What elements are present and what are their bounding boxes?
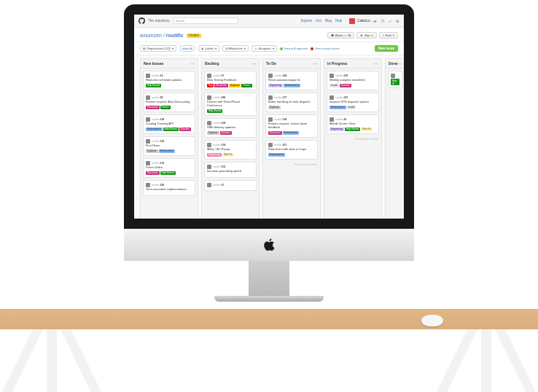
column-menu-icon[interactable]: ⋯ [252, 62, 256, 65]
label[interactable]: Invalid [347, 106, 356, 109]
issue-card[interactable]: routific #1 [204, 180, 257, 191]
issue-ref: routific #19 [213, 122, 225, 125]
column-menu-icon[interactable]: ⋯ [398, 62, 402, 65]
nav-gist[interactable]: Gist [316, 19, 321, 23]
repo-context[interactable]: This repository [148, 19, 170, 23]
repo-owner[interactable]: axiomzen [140, 33, 162, 38]
issue-card[interactable]: routific #6Mobile Screen ViewEngineering… [327, 114, 379, 134]
filter-showall[interactable]: show all [179, 45, 195, 52]
filter-milestones[interactable]: ◔ Milestones ▾ [222, 45, 249, 52]
issue-card[interactable]: routific #24Reset password page fixEngin… [265, 71, 318, 90]
board-column: In Progress⋯routific #22Weekly analytics… [324, 58, 382, 219]
board-column: To Do⋯routific #24Reset password page fi… [262, 58, 321, 219]
label[interactable]: Help W [391, 79, 399, 85]
label[interactable]: Help Wanted [207, 109, 222, 113]
label[interactable]: Question [220, 131, 232, 135]
issue-card[interactable]: routific #17Better handling of route dis… [265, 93, 318, 112]
avatar[interactable] [349, 18, 355, 24]
nav-help[interactable]: Help [335, 19, 342, 23]
label[interactable]: Enhancement [268, 153, 285, 157]
column-header[interactable]: To Do⋯ [263, 59, 320, 68]
fork-button[interactable]: ⑂ Fork 1 [379, 32, 398, 39]
label[interactable]: Feature [241, 84, 252, 87]
label[interactable]: Help Wanted [163, 128, 179, 131]
plus-icon[interactable]: +▾ [373, 19, 378, 23]
search-input[interactable]: Search [173, 17, 238, 24]
issue-card[interactable]: routific #9Feature request: Auto Discoun… [143, 93, 195, 112]
label[interactable]: Help Wanted [146, 84, 161, 87]
label[interactable]: Discussion [214, 84, 228, 87]
label[interactable]: Duplicate [268, 106, 281, 109]
column-header[interactable]: Done⋯ [386, 59, 404, 68]
issue-title: Promo Video [146, 166, 192, 170]
column-menu-icon[interactable]: ⋯ [190, 62, 195, 65]
label[interactable]: Help Wanted [160, 171, 176, 175]
new-issue-button[interactable]: New Issue [375, 45, 398, 52]
label[interactable]: Wont Fix [361, 128, 373, 131]
issue-card[interactable]: routific #12Promo VideoDiscussionHelp Wa… [143, 158, 195, 178]
label[interactable]: Duplicate [146, 149, 158, 153]
column-header[interactable]: Backlog⋯ [202, 59, 259, 68]
issue-ref: routific #9 [152, 96, 163, 99]
issue-card[interactable]: routific #16First DemoDuplicateEnhanceme… [143, 136, 195, 156]
issue-card[interactable]: routific #27Improve SOS dispatch systemE… [327, 93, 379, 112]
issue-card[interactable]: routific #3Real-time schedule updatesHel… [143, 71, 195, 90]
notif-icon[interactable]: ☐ [380, 19, 385, 23]
issue-card[interactable]: routific #14Miley / Kin PopupEngineering… [204, 140, 257, 160]
label[interactable]: Question [340, 84, 351, 87]
watch-button[interactable]: ⦿ Watch▾ 18 [327, 32, 355, 39]
label[interactable]: Discussion [268, 131, 282, 135]
view-pull-requests[interactable]: View pull requests [280, 47, 308, 50]
column-menu-icon[interactable]: ⋯ [374, 62, 378, 65]
issue-card[interactable]: routific #19SMS delivery updatesDuplicat… [204, 118, 257, 138]
board-column: Done⋯ Help W [385, 58, 404, 219]
label[interactable]: Enhancement [330, 106, 346, 109]
nav-blog[interactable]: Blog [325, 19, 332, 23]
filter-labels[interactable]: ◈ Labels ▾ [198, 45, 219, 52]
label[interactable]: Engineering [268, 84, 283, 87]
label[interactable]: Help Wanted [345, 128, 360, 131]
label[interactable]: Feature [160, 106, 171, 109]
gear-icon[interactable]: ⚙ [394, 19, 399, 23]
issue-title: Improve SOS dispatch system [330, 101, 376, 104]
issue-card[interactable]: routific #18Feature request: Instant dri… [265, 114, 318, 138]
label[interactable]: Duplicate [207, 131, 219, 135]
label[interactable]: Enhancement [283, 131, 300, 135]
expand-icon[interactable]: ⤢ [387, 19, 392, 23]
issue-card[interactable]: routific #21Real-time traffic data in ma… [265, 140, 318, 160]
label[interactable]: Bug [207, 84, 214, 87]
label[interactable]: Engineering [330, 128, 344, 131]
desk-leg-right [481, 329, 491, 392]
nav-explore[interactable]: Explore [301, 19, 312, 23]
repo-title[interactable]: axiomzen / routific [140, 33, 184, 38]
label[interactable]: Engineering [207, 153, 222, 157]
column-header[interactable]: In Progress⋯ [324, 59, 381, 68]
issue-card[interactable]: Help W [388, 71, 402, 88]
label[interactable]: Question [179, 128, 191, 131]
issue-card[interactable]: routific #22Weekly analytics newsletterI… [327, 71, 379, 90]
filter-assignee[interactable]: ☺ Assignee ▾ [252, 45, 277, 52]
column-header[interactable]: New Issues⋯ [141, 59, 198, 68]
issue-card[interactable]: routific #7Beta Testing FeedbackBugDiscu… [204, 71, 257, 90]
label[interactable]: Enhancement [159, 149, 176, 153]
issue-card[interactable]: routific #26Time-constraint implementati… [143, 180, 195, 196]
issue-card[interactable]: routific #10Loading Tracking APIEnhancem… [143, 114, 195, 134]
label[interactable]: Discussion [146, 106, 160, 109]
filter-repos[interactable]: ▤ Repositories (1/1) ▾ [140, 45, 176, 52]
label[interactable]: Enhancement [284, 84, 300, 87]
repo-name[interactable]: routific [166, 33, 184, 38]
issue-card[interactable]: routific #20Partner with GreenPlanet Con… [204, 93, 257, 116]
view-closed-issues[interactable]: View closed issues [311, 47, 340, 50]
username[interactable]: CalebLiu [357, 19, 370, 23]
column-menu-icon[interactable]: ⋯ [313, 62, 317, 65]
label[interactable]: Duplicate [229, 84, 241, 87]
star-button[interactable]: ★ Star 1 [356, 32, 377, 39]
label[interactable]: Invalid [330, 84, 339, 87]
label[interactable]: Enhancement [146, 128, 163, 131]
label[interactable]: Wont Fix [222, 153, 234, 157]
label[interactable]: Discussion [146, 171, 160, 175]
nav-links: Explore Gist Blog Help [301, 19, 343, 23]
issue-card[interactable]: routific #13Increase geocoding speed [204, 162, 257, 178]
issue-ref: routific #21 [274, 144, 286, 146]
github-logo-icon[interactable] [139, 17, 145, 24]
